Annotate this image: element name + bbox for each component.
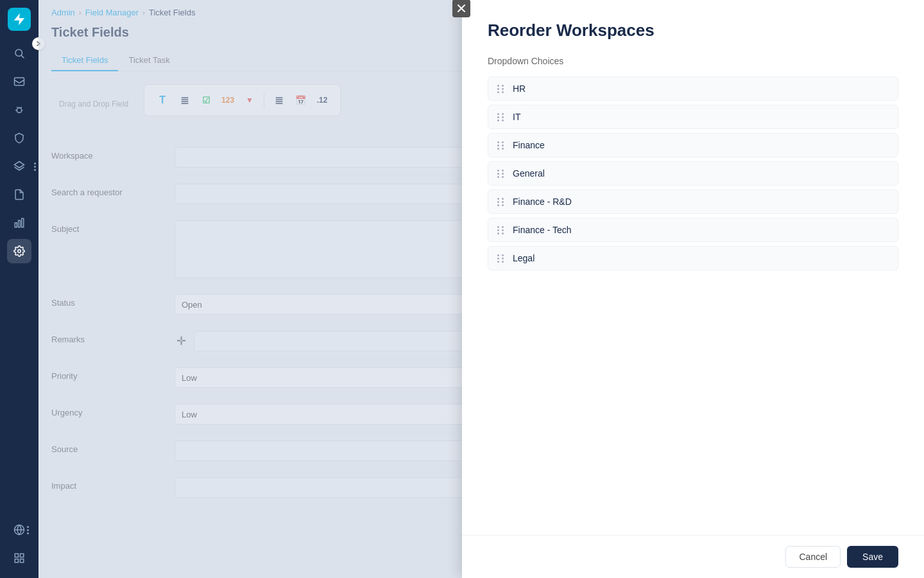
reorder-label-finance-tech: Finance - Tech [513, 225, 572, 235]
svg-rect-14 [21, 559, 24, 563]
reorder-list: HR IT Finance [488, 76, 898, 270]
sidebar-item-chart[interactable] [7, 211, 31, 235]
svg-rect-12 [21, 554, 24, 557]
sidebar [0, 0, 38, 578]
overlay-title: Reorder Workspaces [488, 21, 898, 40]
toolbar-check-btn[interactable]: ☑ [196, 90, 216, 110]
breadcrumb-admin[interactable]: Admin [51, 8, 75, 17]
overlay-subtitle: Dropdown Choices [488, 56, 898, 66]
globe-dots [27, 526, 29, 534]
toolbar-align-btn[interactable]: ≣ [174, 90, 194, 110]
svg-marker-4 [15, 162, 24, 168]
reorder-label-hr: HR [513, 83, 526, 94]
field-impact-label: Impact [51, 477, 167, 491]
drag-dots-general [497, 170, 505, 178]
reorder-item-legal[interactable]: Legal [488, 246, 898, 270]
reorder-item-finance-tech[interactable]: Finance - Tech [488, 218, 898, 242]
layers-dots [34, 162, 36, 171]
tab-ticket-fields[interactable]: Ticket Fields [51, 50, 118, 71]
svg-rect-13 [15, 559, 18, 563]
svg-rect-7 [22, 218, 24, 227]
reorder-item-general[interactable]: General [488, 161, 898, 186]
cancel-button[interactable]: Cancel [785, 546, 841, 568]
breadcrumb-sep-1: › [79, 8, 81, 17]
field-status-label: Status [51, 294, 167, 308]
sidebar-item-shield[interactable] [7, 126, 31, 150]
field-source-label: Source [51, 441, 167, 454]
reorder-item-finance-rd[interactable]: Finance - R&D [488, 189, 898, 214]
save-button[interactable]: Save [847, 546, 898, 568]
drag-dots-legal [497, 254, 505, 263]
toolbar-decimal-btn[interactable]: .12 [312, 90, 332, 110]
svg-rect-6 [19, 220, 21, 227]
reorder-item-hr[interactable]: HR [488, 76, 898, 101]
sidebar-globe-group [7, 518, 31, 542]
breadcrumb-current: Ticket Fields [149, 8, 195, 17]
toolbar-dropdown-btn[interactable]: ▼ [239, 90, 260, 110]
field-requestor-label: Search a requestor [51, 184, 167, 197]
drag-dots-hr [497, 85, 505, 93]
drag-dots-finance-tech [497, 226, 505, 234]
toolbar-align2-btn[interactable]: ≣ [268, 90, 289, 110]
sidebar-item-settings[interactable] [7, 239, 31, 263]
sidebar-layers-group [0, 154, 38, 179]
reorder-label-general: General [513, 168, 545, 179]
toolbar-text-btn[interactable]: T [152, 90, 173, 110]
drag-dots-it [497, 113, 505, 121]
field-urgency-label: Urgency [51, 404, 167, 417]
sidebar-item-bug[interactable] [7, 98, 31, 122]
breadcrumb-sep-2: › [142, 8, 145, 17]
reorder-item-it[interactable]: IT [488, 105, 898, 129]
toolbar-number-btn[interactable]: 123 [218, 90, 238, 110]
svg-point-8 [18, 250, 21, 253]
drag-crosshair-icon[interactable]: ✛ [176, 334, 186, 348]
svg-line-1 [21, 55, 24, 58]
sidebar-bottom [7, 518, 31, 570]
svg-point-3 [17, 108, 22, 113]
sidebar-item-grid[interactable] [7, 546, 31, 570]
reorder-label-finance: Finance [513, 140, 545, 150]
field-remarks-label: Remarks ✛ [51, 331, 167, 344]
sidebar-logo[interactable] [8, 8, 31, 31]
reorder-label-legal: Legal [513, 253, 535, 263]
overlay-footer: Cancel Save [462, 535, 924, 578]
toolbar-calendar-btn[interactable]: 📅 [290, 90, 311, 110]
sidebar-item-layers[interactable] [7, 154, 31, 179]
svg-rect-11 [15, 554, 18, 557]
toolbar: T ≣ ☑ 123 ▼ ≣ 📅 .12 [144, 84, 341, 116]
field-subject-label: Subject [51, 220, 167, 234]
reorder-item-finance[interactable]: Finance [488, 133, 898, 157]
svg-rect-2 [15, 78, 24, 85]
reorder-label-finance-rd: Finance - R&D [513, 197, 572, 207]
breadcrumb-field-manager[interactable]: Field Manager [85, 8, 139, 17]
drag-label: Drag and Drop Field [51, 97, 136, 111]
overlay-close-button[interactable] [452, 0, 470, 17]
field-workspace-label: Workspace [51, 147, 167, 161]
sidebar-item-document[interactable] [7, 182, 31, 207]
overlay-content: Reorder Workspaces Dropdown Choices HR I… [462, 0, 924, 535]
sidebar-item-search[interactable] [7, 41, 31, 66]
sidebar-expand-button[interactable] [32, 37, 45, 50]
reorder-label-it: IT [513, 112, 520, 122]
sidebar-item-inbox[interactable] [7, 69, 31, 94]
drag-dots-finance [497, 141, 505, 150]
reorder-panel: Reorder Workspaces Dropdown Choices HR I… [462, 0, 924, 578]
main-area: Admin › Field Manager › Ticket Fields Ti… [38, 0, 924, 578]
field-priority-label: Priority [51, 367, 167, 381]
svg-rect-5 [15, 223, 17, 227]
drag-dots-finance-rd [497, 198, 505, 206]
toolbar-sep [264, 92, 264, 108]
tab-ticket-task[interactable]: Ticket Task [118, 50, 180, 71]
svg-point-0 [15, 49, 22, 57]
